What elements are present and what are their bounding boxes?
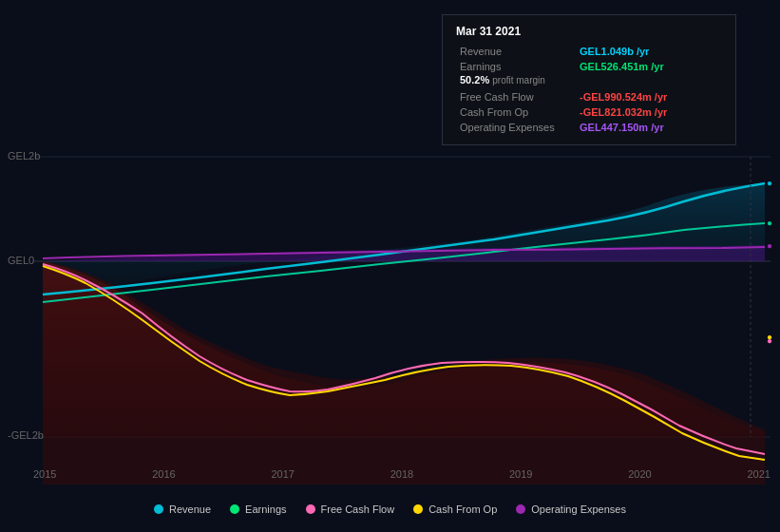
tooltip-row-margin: 50.2% profit margin: [456, 74, 722, 89]
legend-dot-fcf: [306, 504, 315, 514]
x-label-2016: 2016: [152, 468, 175, 480]
tooltip-label-opex: Operating Expenses: [456, 120, 576, 135]
legend-item-revenue[interactable]: Revenue: [154, 504, 211, 515]
tooltip-label-revenue: Revenue: [456, 44, 576, 59]
tooltip-label-fcf: Free Cash Flow: [456, 89, 576, 104]
tooltip-row-opex: Operating Expenses GEL447.150m /yr: [456, 120, 722, 135]
tooltip-date: Mar 31 2021: [456, 25, 722, 38]
tooltip-label-earnings: Earnings: [456, 59, 576, 74]
x-label-2019: 2019: [509, 468, 532, 480]
tooltip-row-revenue: Revenue GEL1.049b /yr: [456, 44, 722, 59]
tooltip-table: Revenue GEL1.049b /yr Earnings GEL526.45…: [456, 44, 722, 135]
x-label-2021: 2021: [748, 468, 770, 480]
legend-label-opex: Operating Expenses: [531, 504, 626, 515]
legend-item-cfo[interactable]: Cash From Op: [413, 504, 497, 515]
tooltip-value-opex: GEL447.150m /yr: [576, 120, 722, 135]
x-label-2020: 2020: [628, 468, 651, 480]
svg-text:●: ●: [767, 178, 772, 188]
tooltip-row-cfo: Cash From Op -GEL821.032m /yr: [456, 104, 722, 120]
x-axis-labels: 2015 2016 2017 2018 2019 2020 2021: [33, 468, 770, 480]
y-label-top: GEL2b: [8, 150, 40, 162]
legend-dot-revenue: [154, 504, 163, 514]
legend-item-earnings[interactable]: Earnings: [230, 504, 286, 515]
legend-label-fcf: Free Cash Flow: [321, 504, 395, 515]
legend-dot-opex: [516, 504, 525, 514]
tooltip-profit-label: profit margin: [492, 75, 545, 86]
tooltip-profit-margin: 50.2%: [460, 74, 489, 86]
tooltip-value-revenue: GEL1.049b /yr: [576, 44, 722, 59]
legend-dot-earnings: [230, 504, 239, 514]
tooltip-row-fcf: Free Cash Flow -GEL990.524m /yr: [456, 89, 722, 104]
x-label-2017: 2017: [272, 468, 295, 480]
legend-dot-cfo: [413, 504, 423, 514]
svg-text:●: ●: [767, 218, 772, 228]
tooltip-value-fcf: -GEL990.524m /yr: [576, 89, 722, 104]
tooltip-card: Mar 31 2021 Revenue GEL1.049b /yr Earnin…: [442, 14, 736, 145]
legend-label-revenue: Revenue: [169, 504, 211, 515]
legend-item-fcf[interactable]: Free Cash Flow: [306, 504, 395, 515]
legend-item-opex[interactable]: Operating Expenses: [516, 504, 626, 515]
y-label-mid: GEL0: [8, 255, 34, 266]
svg-text:●: ●: [767, 240, 772, 251]
legend-label-earnings: Earnings: [245, 504, 286, 515]
chart-legend: Revenue Earnings Free Cash Flow Cash Fro…: [0, 504, 780, 515]
tooltip-value-earnings: GEL526.451m /yr: [576, 59, 722, 74]
x-label-2018: 2018: [390, 468, 413, 480]
tooltip-label-cfo: Cash From Op: [456, 104, 576, 120]
tooltip-row-earnings: Earnings GEL526.451m /yr: [456, 59, 722, 74]
legend-label-cfo: Cash From Op: [428, 504, 497, 515]
svg-text:●: ●: [767, 332, 772, 342]
x-label-2015: 2015: [33, 468, 56, 480]
tooltip-value-cfo: -GEL821.032m /yr: [576, 104, 722, 120]
y-label-bottom: -GEL2b: [8, 429, 44, 441]
